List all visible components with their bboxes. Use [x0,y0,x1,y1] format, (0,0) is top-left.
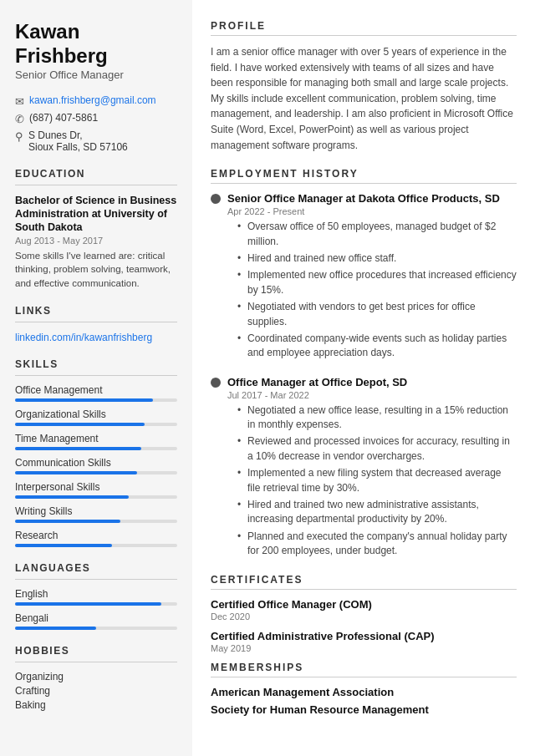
job-dates: Apr 2022 - Present [227,206,517,216]
job-bullet: Negotiated with vendors to get best pric… [237,300,517,329]
skill-item: Office Management [15,384,177,402]
linkedin-link[interactable]: linkedin.com/in/kawanfrishberg [15,332,152,343]
phone-number: (687) 407-5861 [29,112,98,124]
skill-item: Communication Skills [15,457,177,474]
skill-item: Time Management [15,433,177,450]
job-title: Senior Office Manager at Dakota Office P… [227,192,500,205]
cert-date: May 2019 [211,643,517,653]
skill-bar-fill [15,520,120,523]
employment-divider [211,183,517,184]
job-bullet: Implemented new office procedures that i… [237,268,517,297]
skill-bar-bg [15,520,177,523]
job-title: Office Manager at Office Depot, SD [227,376,407,388]
profile-text: I am a senior office manager with over 5… [211,44,517,153]
language-name: English [15,588,177,600]
job-bullet: Implemented a new filing system that dec… [237,466,517,495]
email-link[interactable]: kawan.frishberg@gmail.com [29,94,156,106]
hobby-item: Organizing [15,671,177,682]
job-bullet: Oversaw office of 50 employees, managed … [237,220,517,249]
main-content: PROFILE I am a senior office manager wit… [192,0,535,756]
skill-name: Time Management [15,433,177,444]
job-bullets: Negotiated a new office lease, resulting… [237,403,517,559]
certificates-section-label: CERTIFICATES [211,574,517,586]
skills-list: Office Management Organizational Skills … [15,384,177,547]
skill-item: Interpersonal Skills [15,481,177,499]
membership-item: American Management Association [211,686,517,698]
skill-bar-fill [15,544,112,547]
links-section-label: LINKS [15,305,177,317]
edu-degree: Bachelor of Science in Business Administ… [15,194,177,235]
job-bullet: Hired and trained two new administrative… [237,498,517,527]
sidebar: Kawan Frishberg Senior Office Manager ✉ … [0,0,192,756]
candidate-title: Senior Office Manager [15,68,177,81]
email-contact: ✉ kawan.frishberg@gmail.com [15,94,177,108]
hobbies-list: OrganizingCraftingBaking [15,671,177,711]
profile-section-label: PROFILE [211,20,517,32]
skill-item: Research [15,530,177,547]
skill-bar-fill [15,398,153,402]
address-text: S Dunes Dr, Sioux Falls, SD 57106 [28,129,128,153]
skill-bar-bg [15,447,177,450]
email-icon: ✉ [15,95,24,108]
education-section-label: EDUCATION [15,168,177,180]
hobbies-section-label: HOBBIES [15,645,177,657]
languages-list: English Bengali [15,588,177,630]
candidate-name: Kawan Frishberg [15,20,177,68]
language-item: English [15,588,177,606]
language-bar-fill [15,602,161,606]
skill-name: Interpersonal Skills [15,481,177,493]
skill-bar-fill [15,423,145,426]
skills-divider [15,375,177,376]
skill-bar-bg [15,398,177,402]
employment-item: Senior Office Manager at Dakota Office P… [211,192,517,361]
job-title-row: Office Manager at Office Depot, SD [211,376,517,388]
address-contact: ⚲ S Dunes Dr, Sioux Falls, SD 57106 [15,129,177,153]
skill-name: Organizational Skills [15,408,177,420]
certificate-item: Certified Office Manager (COM) Dec 2020 [211,598,517,622]
phone-contact: ✆ (687) 407-5861 [15,112,177,125]
memberships-divider [211,677,517,677]
language-item: Bengali [15,612,177,630]
employment-list: Senior Office Manager at Dakota Office P… [211,192,517,558]
languages-section-label: LANGUAGES [15,562,177,574]
skill-bar-bg [15,544,177,547]
skill-bar-fill [15,447,141,450]
edu-dates: Aug 2013 - May 2017 [15,236,177,246]
job-dot [211,378,221,388]
cert-name: Certified Administrative Professional (C… [211,630,517,642]
job-dot [211,194,221,204]
certificates-divider [211,589,517,590]
job-title-row: Senior Office Manager at Dakota Office P… [211,192,517,205]
job-bullet: Planned and executed the company's annua… [237,530,517,559]
job-bullet: Reviewed and processed invoices for accu… [237,434,517,464]
profile-divider [211,35,517,36]
skills-section-label: SKILLS [15,358,177,370]
skill-bar-bg [15,423,177,426]
edu-description: Some skills I've learned are: critical t… [15,249,177,289]
job-dates: Jul 2017 - Mar 2022 [227,390,517,400]
memberships-list: American Management AssociationSociety f… [211,686,517,716]
certificates-list: Certified Office Manager (COM) Dec 2020 … [211,598,517,653]
skill-name: Office Management [15,384,177,396]
memberships-section-label: MEMBERSHIPS [211,662,517,673]
skill-name: Writing Skills [15,505,177,517]
education-divider [15,185,177,185]
cert-name: Certified Office Manager (COM) [211,598,517,611]
location-icon: ⚲ [15,130,23,143]
certificate-item: Certified Administrative Professional (C… [211,630,517,653]
membership-item: Society for Human Resource Management [211,703,517,716]
language-bar-bg [15,627,177,630]
job-bullet: Hired and trained new office staff. [237,251,517,266]
hobbies-divider [15,662,177,662]
language-bar-bg [15,602,177,606]
hobby-item: Baking [15,699,177,711]
skill-bar-fill [15,471,137,474]
job-bullets: Oversaw office of 50 employees, managed … [237,220,517,361]
employment-item: Office Manager at Office Depot, SD Jul 2… [211,376,517,559]
job-bullet: Negotiated a new office lease, resulting… [237,403,517,433]
contact-block: ✉ kawan.frishberg@gmail.com ✆ (687) 407-… [15,94,177,153]
phone-icon: ✆ [15,113,24,125]
skill-item: Writing Skills [15,505,177,523]
skill-bar-bg [15,471,177,474]
hobby-item: Crafting [15,685,177,697]
